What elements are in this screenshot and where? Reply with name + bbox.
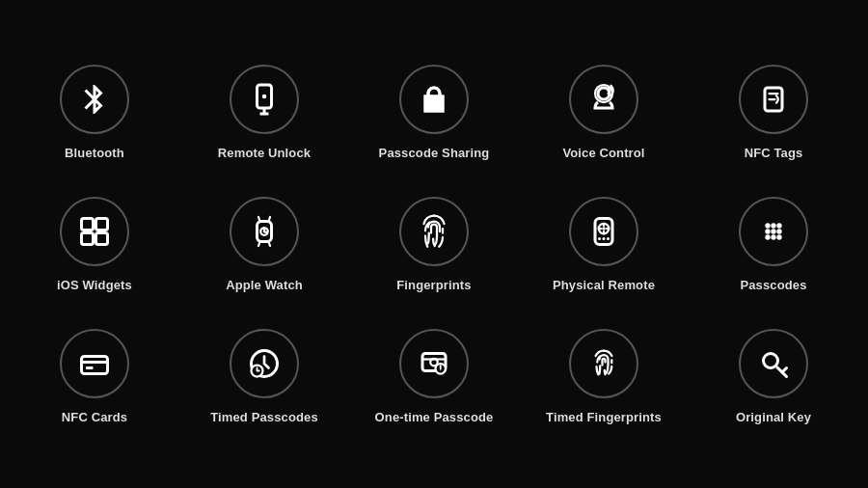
nfc-cards-icon (77, 346, 112, 381)
apple-watch-icon (247, 214, 282, 249)
svg-point-48 (440, 369, 441, 370)
nfc-cards-icon-circle (60, 329, 129, 398)
apple-watch-icon-circle (230, 197, 299, 266)
item-apple-watch[interactable]: Apple Watch (179, 183, 349, 306)
ios-widgets-icon-circle (60, 197, 129, 266)
passcode-sharing-icon (417, 82, 451, 117)
svg-point-25 (602, 227, 606, 230)
item-one-time-passcode[interactable]: One-time Passcode (349, 315, 519, 438)
svg-point-26 (598, 237, 601, 240)
svg-rect-38 (82, 356, 108, 373)
timed-passcodes-icon (247, 346, 282, 381)
feature-grid: Bluetooth Remote Unlock Passcode Sharing (10, 41, 858, 447)
item-voice-control[interactable]: Voice Control (519, 51, 689, 174)
svg-point-28 (607, 237, 610, 240)
svg-rect-9 (82, 232, 94, 244)
item-timed-fingerprints[interactable]: Timed Fingerprints (519, 315, 689, 438)
nfc-tags-label: NFC Tags (745, 146, 803, 160)
original-key-icon-circle (739, 329, 808, 398)
item-remote-unlock[interactable]: Remote Unlock (179, 51, 349, 174)
timed-fingerprints-icon (586, 346, 621, 381)
voice-control-label: Voice Control (562, 146, 644, 160)
remote-unlock-icon-circle (230, 65, 299, 134)
item-passcodes[interactable]: Passcodes (689, 183, 858, 306)
svg-point-32 (765, 229, 770, 233)
fingerprints-label: Fingerprints (396, 278, 471, 292)
item-bluetooth[interactable]: Bluetooth (10, 51, 179, 174)
timed-fingerprints-label: Timed Fingerprints (546, 410, 662, 424)
one-time-passcode-icon (417, 346, 451, 381)
item-physical-remote[interactable]: Physical Remote (519, 183, 689, 306)
nfc-tags-icon (756, 82, 791, 117)
svg-point-0 (93, 96, 97, 101)
fingerprints-icon (417, 214, 451, 249)
svg-rect-10 (96, 232, 108, 244)
svg-point-33 (771, 229, 775, 233)
timed-passcodes-label: Timed Passcodes (210, 410, 318, 424)
physical-remote-icon (586, 214, 621, 249)
original-key-icon (756, 346, 791, 381)
timed-fingerprints-icon-circle (569, 329, 638, 398)
nfc-tags-icon-circle (739, 65, 808, 134)
nfc-cards-label: NFC Cards (62, 410, 127, 424)
passcode-sharing-icon-circle (399, 65, 469, 134)
bluetooth-icon-circle (60, 65, 129, 134)
voice-control-icon (586, 82, 621, 117)
svg-line-13 (269, 217, 271, 222)
original-key-label: Original Key (736, 410, 811, 424)
svg-line-14 (258, 241, 260, 246)
svg-point-37 (776, 234, 781, 239)
svg-line-15 (269, 241, 271, 246)
passcode-sharing-label: Passcode Sharing (379, 146, 490, 160)
bluetooth-icon (77, 82, 112, 117)
svg-point-35 (765, 234, 770, 239)
item-nfc-tags[interactable]: NFC Tags (689, 51, 858, 174)
svg-point-31 (776, 223, 781, 228)
item-fingerprints[interactable]: Fingerprints (349, 183, 519, 306)
item-timed-passcodes[interactable]: Timed Passcodes (179, 315, 349, 438)
item-original-key[interactable]: Original Key (689, 315, 858, 438)
svg-point-27 (603, 237, 606, 240)
svg-rect-8 (96, 218, 108, 230)
ios-widgets-icon (77, 214, 112, 249)
svg-line-18 (264, 231, 267, 233)
physical-remote-icon-circle (569, 197, 638, 266)
item-nfc-cards[interactable]: NFC Cards (10, 315, 179, 438)
svg-line-51 (782, 367, 787, 372)
item-passcode-sharing[interactable]: Passcode Sharing (349, 51, 519, 174)
svg-point-49 (764, 353, 778, 367)
svg-point-4 (262, 94, 267, 98)
voice-control-icon-circle (569, 65, 638, 134)
bluetooth-label: Bluetooth (65, 146, 124, 160)
passcodes-icon-circle (739, 197, 808, 266)
svg-point-36 (771, 234, 775, 239)
svg-point-29 (765, 223, 770, 228)
item-ios-widgets[interactable]: iOS Widgets (10, 183, 179, 306)
physical-remote-label: Physical Remote (553, 278, 655, 292)
remote-unlock-label: Remote Unlock (218, 146, 311, 160)
svg-line-12 (258, 217, 260, 222)
one-time-passcode-label: One-time Passcode (375, 410, 494, 424)
remote-unlock-icon (247, 82, 282, 117)
one-time-passcode-icon-circle (399, 329, 469, 398)
svg-rect-7 (82, 218, 94, 230)
timed-passcodes-icon-circle (230, 329, 299, 398)
ios-widgets-label: iOS Widgets (57, 278, 132, 292)
apple-watch-label: Apple Watch (226, 278, 303, 292)
passcodes-icon (756, 214, 791, 249)
svg-point-34 (776, 229, 781, 233)
passcodes-label: Passcodes (740, 278, 806, 292)
fingerprints-icon-circle (399, 197, 469, 266)
svg-point-30 (771, 223, 775, 228)
svg-rect-40 (86, 366, 94, 369)
